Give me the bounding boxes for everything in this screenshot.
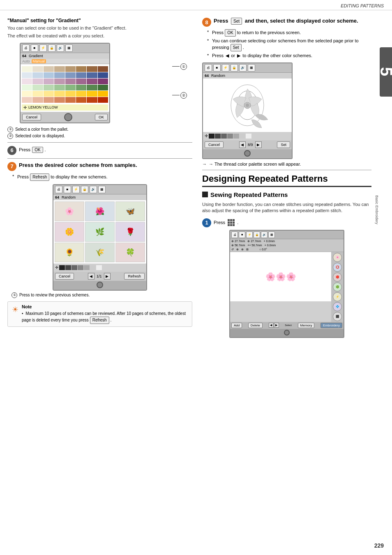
color-cell[interactable] [98,85,108,90]
color-cell[interactable] [76,72,86,78]
s7-thumb-grid: 🌸 🌺 🦋 🌼 🌿 🌹 🌻 🌾 🍀 [53,200,146,264]
color-cell[interactable] [32,66,43,72]
color-cell[interactable] [22,72,32,78]
thumb-4[interactable]: 🌼 [55,222,84,242]
color-cell[interactable] [44,66,54,72]
color-cell[interactable] [87,66,97,72]
color-cell[interactable] [98,66,108,72]
step-8: 8 Press Set and then, select the display… [202,18,371,166]
gradient-ok-btn[interactable]: OK [95,114,108,120]
emb-embroidery-btn[interactable]: Embroidery [321,323,342,328]
sewing-title: Sewing Repeated Patterns [210,191,288,198]
callout-2: ② [172,92,188,99]
gradient-cancel-btn[interactable]: Cancel [22,114,41,120]
color-cell[interactable] [54,97,65,103]
color-cell[interactable] [22,79,32,84]
thumb-1[interactable]: 🌸 [55,201,84,221]
s8-nav-left[interactable]: ◀ [239,141,246,148]
g9 [233,224,235,226]
emb-circ-5[interactable]: ⚡ [333,292,342,301]
color-cell[interactable] [65,79,76,84]
home-btn[interactable] [97,282,103,288]
nav-left[interactable]: ◀ [88,273,95,280]
s7-nav-label: 1/1 [95,274,103,278]
step-8-header: 8 Press Set and then, select the display… [202,18,371,27]
color-cell[interactable] [32,72,43,78]
color-cell[interactable] [22,97,32,103]
color-cell[interactable] [76,66,86,72]
step7-topbar: 🖨 ■ ⚡ 🔒 🔊 ▦ [53,185,146,194]
s8-home-btn[interactable] [244,150,251,157]
color-cell[interactable] [87,85,97,90]
s7-refresh-btn[interactable]: Refresh [124,273,145,280]
color-cell[interactable] [76,91,86,97]
color-cell[interactable] [87,79,97,84]
emb-circ-2[interactable]: ⭕ [333,263,342,272]
color-cell[interactable] [65,97,76,103]
thumb-5[interactable]: 🌿 [85,222,115,242]
s8-pb3 [221,134,227,139]
color-cell[interactable] [98,91,108,97]
s7-label-bar: 64 Random [53,194,146,200]
center-btn[interactable] [64,113,72,121]
color-cell[interactable] [44,97,54,103]
thumb-6[interactable]: 🌹 [115,222,145,242]
emb-circ-1[interactable]: 🌸 [333,253,342,262]
color-cell[interactable] [54,66,65,72]
color-cell[interactable] [44,85,54,90]
color-cell[interactable] [22,85,32,90]
color-cell[interactable] [32,79,43,84]
color-cell[interactable] [76,97,86,103]
color-cell[interactable] [98,72,108,78]
color-cell[interactable] [44,79,54,84]
s7-cancel-btn[interactable]: Cancel [55,273,74,280]
color-cell[interactable] [54,79,65,84]
emb-circ-7[interactable]: ⬛ [333,312,342,321]
s8-nav-right[interactable]: ▶ [255,141,262,148]
color-cell[interactable] [65,72,76,78]
color-cell[interactable] [65,66,76,72]
color-cell[interactable] [87,97,97,103]
s8-palette [209,134,251,139]
thumb-7[interactable]: 🌻 [55,243,84,262]
color-cell[interactable] [54,85,65,90]
color-cell[interactable] [87,91,97,97]
emb-circ-6[interactable]: 💠 [333,302,342,311]
emb-nav-left[interactable]: ◀ [269,323,274,328]
color-cell[interactable] [76,79,86,84]
color-cell[interactable] [44,72,54,78]
emb-delete-btn[interactable]: Delete [248,323,263,328]
thumb-8[interactable]: 🌾 [85,243,115,262]
color-cell[interactable] [54,72,65,78]
color-cell[interactable] [22,66,32,72]
color-cell[interactable] [76,85,86,90]
s8-cancel-btn[interactable]: Cancel [205,141,224,148]
emb-circ-3[interactable]: 🔴 [333,273,342,282]
emb-nav-right[interactable]: ▶ [274,323,279,328]
color-cell[interactable] [98,97,108,103]
color-cell[interactable] [65,91,76,97]
color-cell[interactable] [44,91,54,97]
s8-nav: ◀ 8/9 ▶ [239,141,262,148]
thumb-9[interactable]: 🍀 [115,243,145,262]
emb-circ-4[interactable]: 🟢 [333,282,342,291]
thumb-3[interactable]: 🦋 [115,201,145,221]
color-cell[interactable] [54,91,65,97]
nav-right[interactable]: ▶ [104,273,111,280]
color-cell[interactable] [22,91,32,97]
color-cell[interactable] [98,79,108,84]
emb-home-btn[interactable] [284,330,290,335]
color-cell[interactable] [32,97,43,103]
step-7-circle: 7 [7,162,16,171]
thumb-2[interactable]: 🌺 [85,201,115,221]
emb-memory-btn[interactable]: Memory [298,323,315,328]
color-cell[interactable] [32,91,43,97]
emb-add-btn[interactable]: Add [231,323,242,328]
color-cell[interactable] [87,72,97,78]
s8-label-bar: 64 Random [203,73,292,79]
color-cell[interactable] [32,85,43,90]
s8-set-btn[interactable]: Set [277,141,290,148]
step8-bullets: Press OK to return to the previous scree… [207,29,371,59]
s8-palette-row: ✛ [203,132,292,140]
color-cell[interactable] [65,85,76,90]
